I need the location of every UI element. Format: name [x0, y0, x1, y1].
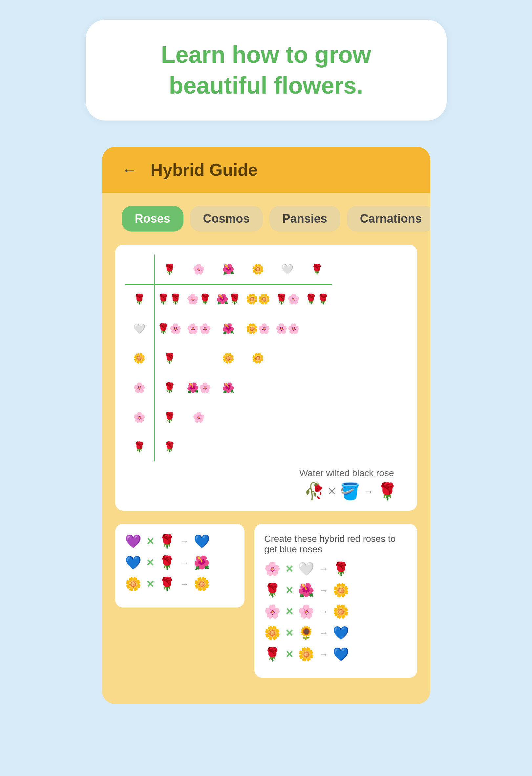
- blue-pair-1: 🌸 ✕ 🤍 → 🌹: [264, 561, 407, 577]
- pair3-flower2: 🌹: [159, 576, 175, 592]
- cell-r1c5: 🌹🌸: [273, 284, 302, 314]
- hybrid-pairs-card: 💜 ✕ 🌹 → 💙 💙 ✕ 🌹 → 🌺 🌼 ✕ 🌹: [115, 524, 245, 607]
- bp5-f1: 🌹: [264, 647, 281, 662]
- row-header-red: 🌹: [125, 284, 155, 314]
- cell-r4c6: [302, 373, 332, 402]
- bp2-f1: 🌹: [264, 583, 281, 598]
- hybrid-note-card: Create these hybrid red roses to get blu…: [254, 524, 417, 678]
- cell-r2c5: 🌸🌸: [273, 314, 302, 343]
- pair-1: 💜 ✕ 🌹 → 💙: [125, 534, 235, 549]
- pair2-result: 🌺: [194, 555, 210, 570]
- bp2-f2: 🌺: [298, 583, 314, 598]
- pair2-flower2: 🌹: [159, 555, 175, 570]
- app-header-title: Hybrid Guide: [151, 160, 258, 180]
- pair1-result: 💙: [194, 534, 210, 549]
- cell-r4c3: 🌺: [214, 373, 243, 402]
- back-button[interactable]: ←: [122, 161, 138, 179]
- bp4-f1: 🌼: [264, 625, 281, 641]
- pair-2: 💙 ✕ 🌹 → 🌺: [125, 555, 235, 570]
- row-header-orange: 🌹: [125, 432, 155, 461]
- cross-1: ✕: [146, 536, 154, 547]
- bp5-result: 💙: [333, 647, 349, 662]
- hybrid-note-text: Create these hybrid red roses to get blu…: [264, 534, 407, 555]
- cell-r6c1: 🌹: [155, 432, 184, 461]
- water-icons-row: 🥀 ✕ 🪣 → 🌹: [125, 482, 407, 501]
- bottom-row: 💜 ✕ 🌹 → 💙 💙 ✕ 🌹 → 🌺 🌼 ✕ 🌹: [115, 524, 417, 678]
- cell-r2c3: 🌺: [214, 314, 243, 343]
- cell-r5c6: [302, 402, 332, 432]
- cell-r6c5: [273, 432, 302, 461]
- tab-pansies[interactable]: Pansies: [269, 206, 340, 231]
- cell-r6c4: [243, 432, 273, 461]
- cell-r4c4: [243, 373, 273, 402]
- cell-r1c3: 🌺🌹: [214, 284, 243, 314]
- black-rose-icon: 🥀: [304, 482, 324, 501]
- cell-r2c4: 🌼🌸: [243, 314, 273, 343]
- cell-r1c4: 🌼🌼: [243, 284, 273, 314]
- blue-pair-5: 🌹 ✕ 🌼 → 💙: [264, 647, 407, 662]
- tab-cosmos[interactable]: Cosmos: [190, 206, 263, 231]
- bp3-f1: 🌸: [264, 604, 281, 619]
- pair-3: 🌼 ✕ 🌹 → 🌼: [125, 576, 235, 592]
- tab-carnations[interactable]: Carnations: [347, 206, 430, 231]
- col-header-pink: 🌺: [214, 254, 243, 284]
- cell-r3c3: 🌼: [214, 343, 243, 373]
- cell-r3c4: 🌼: [243, 343, 273, 373]
- cell-r5c3: [214, 402, 243, 432]
- pair3-flower1: 🌼: [125, 576, 142, 592]
- row-header-white: 🤍: [125, 314, 155, 343]
- bp2-result: 🌼: [333, 583, 349, 598]
- blue-pair-3: 🌸 ✕ 🌸 → 🌼: [264, 604, 407, 619]
- cell-r5c2: 🌸: [184, 402, 214, 432]
- arrow-1: →: [180, 536, 189, 547]
- bp4-result: 💙: [333, 625, 349, 641]
- cell-r3c6: [302, 343, 332, 373]
- cell-r4c2: 🌺🌸: [184, 373, 214, 402]
- cell-r1c2: 🌸🌹: [184, 284, 214, 314]
- cell-r6c2: [184, 432, 214, 461]
- cell-r1c1: 🌹🌹: [155, 284, 184, 314]
- hero-card: Learn how to grow beautiful flowers.: [86, 20, 447, 121]
- hero-title: Learn how to grow beautiful flowers.: [125, 39, 407, 101]
- breeding-chart-card: 🌹 🌸 🌺 🌼 🤍 🌹 🌹 🌹🌹 🌸🌹 🌺🌹 🌼🌼 🌹🌸 🌹🌹: [115, 245, 417, 511]
- cell-r3c2: [184, 343, 214, 373]
- col-header-white: 🤍: [273, 254, 302, 284]
- cell-r2c2: 🌸🌸: [184, 314, 214, 343]
- arrow-2: →: [180, 558, 189, 568]
- multiply-symbol: ✕: [327, 485, 336, 498]
- cell-r5c1: 🌹: [155, 402, 184, 432]
- tab-roses[interactable]: Roses: [122, 206, 184, 231]
- cell-r3c5: [273, 343, 302, 373]
- bp3-result: 🌼: [333, 604, 349, 619]
- pair1-flower1: 💜: [125, 534, 142, 549]
- bp1-f2: 🤍: [298, 561, 314, 577]
- cell-r2c1: 🌹🌸: [155, 314, 184, 343]
- app-header: ← Hybrid Guide: [102, 147, 430, 193]
- bp3-f2: 🌸: [298, 604, 314, 619]
- arrow-icon: →: [363, 486, 374, 498]
- bp1-result: 🌹: [333, 561, 349, 577]
- pair2-flower1: 💙: [125, 555, 142, 570]
- col-header-red: 🌹: [302, 254, 332, 284]
- water-note-label: Water wilted black rose: [125, 468, 407, 478]
- row-header-purple: 🌸: [125, 402, 155, 432]
- cell-r6c3: [214, 432, 243, 461]
- col-header-purple: 🌸: [184, 254, 214, 284]
- pair1-flower2: 🌹: [159, 534, 175, 549]
- app-window: ← Hybrid Guide Roses Cosmos Pansies Carn…: [102, 147, 430, 704]
- watering-can-icon: 🪣: [340, 482, 360, 501]
- cross-3: ✕: [146, 578, 154, 590]
- col-header-orange: 🌹: [155, 254, 184, 284]
- cell-r2c6: [302, 314, 332, 343]
- tabs-row: Roses Cosmos Pansies Carnations Tulips: [102, 193, 430, 238]
- bp1-f1: 🌸: [264, 561, 281, 577]
- content-area: 🌹 🌸 🌺 🌼 🤍 🌹 🌹 🌹🌹 🌸🌹 🌺🌹 🌼🌼 🌹🌸 🌹🌹: [102, 238, 430, 685]
- cell-r4c1: 🌹: [155, 373, 184, 402]
- cell-r6c6: [302, 432, 332, 461]
- row-header-pink: 🌸: [125, 373, 155, 402]
- cross-2: ✕: [146, 557, 154, 568]
- cell-r1c6: 🌹🌹: [302, 284, 332, 314]
- bp5-f2: 🌼: [298, 647, 314, 662]
- row-header-yellow: 🌼: [125, 343, 155, 373]
- pair3-result: 🌼: [194, 576, 210, 592]
